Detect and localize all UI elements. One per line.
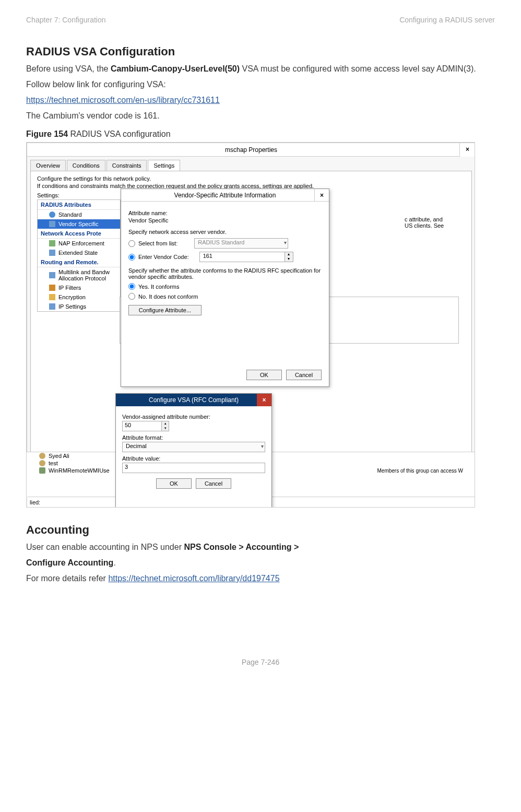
header-right: Configuring a RADIUS server — [399, 16, 495, 24]
tab-constraints[interactable]: Constraints — [106, 160, 147, 171]
radio-yes-conforms[interactable]: Yes. It conforms — [128, 283, 322, 290]
rfc-format-combo[interactable]: Decimal▾ — [122, 442, 265, 452]
txt: VSA must be configured with some access … — [240, 64, 476, 73]
section-title-accounting: Accounting — [26, 523, 495, 537]
spin-value: 50 — [125, 422, 131, 428]
vendor-select-combo[interactable]: RADIUS Standard▾ — [194, 238, 288, 249]
group-icon — [39, 467, 45, 474]
radio-input[interactable] — [128, 240, 135, 247]
cancel-button[interactable]: Cancel — [286, 370, 322, 380]
figure-text: RADIUS VSA configuration — [68, 130, 171, 138]
configure-accounting-bold: Configure Accounting — [26, 558, 113, 567]
spin-controls[interactable]: ▴▾ — [285, 252, 293, 262]
link-technet-accounting[interactable]: https://technet.microsoft.com/library/dd… — [108, 574, 279, 583]
chevron-down-icon: ▾ — [261, 443, 264, 449]
side-item-nap[interactable]: NAP Enforcement — [38, 239, 120, 248]
radio-label: Enter Vendor Code: — [138, 254, 189, 260]
side-item-extended-state[interactable]: Extended State — [38, 248, 120, 257]
vendor-code-input[interactable]: 161▴▾ — [199, 252, 293, 262]
side-item-standard[interactable]: Standard — [38, 210, 120, 219]
spin-value: 161 — [203, 253, 212, 259]
radio-label: Yes. It conforms — [138, 284, 179, 290]
dialog-configure-vsa-rfc: Configure VSA (RFC Compliant) × Vendor-a… — [115, 393, 272, 508]
vsa-title-text: Vendor-Specific Attribute Information — [174, 192, 276, 199]
radio-input[interactable] — [128, 293, 135, 300]
txt: . — [113, 558, 115, 567]
lbl: Encryption — [58, 294, 86, 300]
multilink-icon — [49, 272, 55, 278]
truncated-hint: c attribute, and US clients. See — [405, 216, 462, 229]
dialog-vendor-specific-attr: Vendor-Specific Attribute Information × … — [121, 189, 329, 387]
input-value: 3 — [125, 464, 128, 470]
radio-label: No. It does not conform — [138, 293, 198, 300]
side-item-multilink[interactable]: Multilink and Bandw Allocation Protocol — [38, 267, 120, 283]
side-item-vendor-specific[interactable]: Vendor Specific — [38, 219, 120, 229]
txt: Before using VSA, the — [26, 64, 111, 73]
tab-conditions[interactable]: Conditions — [67, 160, 105, 171]
rfc-num-label: Vendor-assigned attribute number: — [122, 414, 265, 420]
lbl: Vendor Specific — [58, 221, 98, 227]
radio-input[interactable] — [128, 283, 135, 290]
vendor-icon — [49, 221, 55, 227]
figure-label: Figure 154 — [26, 130, 68, 138]
state-icon — [49, 250, 55, 256]
combo-value: RADIUS Standard — [198, 239, 244, 245]
side-item-encryption[interactable]: Encryption — [38, 292, 120, 302]
attr-name-value: Vendor Specific — [128, 217, 322, 223]
tabs-row: Overview Conditions Constraints Settings — [27, 157, 475, 171]
close-icon[interactable]: × — [257, 394, 271, 406]
rfc-title-text: Configure VSA (RFC Compliant) — [149, 396, 239, 404]
radio-no-conform[interactable]: No. It does not conform — [128, 293, 322, 300]
lbl: IP Filters — [58, 285, 81, 291]
rfc-val-label: Attribute value: — [122, 455, 265, 462]
radio-enter-vendor-code[interactable]: Enter Vendor Code: 161▴▾ — [128, 252, 322, 262]
lock-icon — [49, 294, 55, 300]
ip-icon — [49, 303, 55, 310]
nps-path-bold: NPS Console > Accounting > — [184, 543, 299, 551]
header-left: Chapter 7: Configuration — [26, 16, 106, 24]
user-icon — [39, 453, 45, 459]
spin-controls[interactable]: ▴▾ — [161, 421, 169, 431]
radio-label: Select from list: — [138, 240, 177, 246]
radio-select-from-list[interactable]: Select from list: RADIUS Standard▾ — [128, 238, 322, 249]
ok-button[interactable]: OK — [246, 370, 282, 380]
group-network-access: Network Access Prote — [38, 229, 120, 239]
conform-label: Specify whether the attribute conforms t… — [128, 267, 322, 280]
para-vsa-intro: Before using VSA, the Cambium-Canopy-Use… — [26, 63, 495, 75]
lbl: Extended State — [58, 250, 98, 256]
user-name: test — [49, 460, 58, 466]
ok-button[interactable]: OK — [156, 478, 192, 489]
lbl: Standard — [58, 211, 82, 218]
side-item-ip-filters[interactable]: IP Filters — [38, 283, 120, 292]
link-technet-vsa[interactable]: https://technet.microsoft.com/en-us/libr… — [26, 96, 220, 104]
group-radius-attributes: RADIUS Attributes — [38, 200, 120, 210]
filter-icon — [49, 285, 55, 291]
user-name: Syed Ali — [49, 453, 69, 459]
cancel-button[interactable]: Cancel — [196, 478, 231, 489]
section-title-vsa: RADIUS VSA Configuration — [26, 45, 495, 58]
side-item-ip-settings[interactable]: IP Settings — [38, 302, 120, 311]
configure-attribute-button[interactable]: Configure Attribute... — [128, 305, 202, 315]
radio-input[interactable] — [128, 254, 135, 261]
para-follow-link: Follow below link for configuring VSA: — [26, 78, 495, 91]
chevron-down-icon[interactable]: ▾ — [162, 426, 169, 431]
settings-side-list: RADIUS Attributes Standard Vendor Specif… — [37, 199, 121, 312]
tab-settings[interactable]: Settings — [148, 160, 180, 171]
rfc-value-input[interactable]: 3 — [122, 463, 265, 473]
txt: For more details refer — [26, 574, 108, 583]
policy-line1: Configure the settings for this network … — [37, 175, 465, 182]
user-name: WinRMRemoteWMIUse — [49, 467, 110, 474]
rfc-fmt-label: Attribute format: — [122, 434, 265, 441]
chevron-up-icon[interactable]: ▴ — [162, 421, 169, 426]
tab-overview[interactable]: Overview — [30, 160, 66, 171]
combo-value: Decimal — [126, 443, 147, 449]
close-icon[interactable]: × — [459, 143, 475, 157]
rfc-num-input[interactable]: 50▴▾ — [122, 421, 169, 431]
lbl: NAP Enforcement — [58, 240, 104, 246]
close-icon[interactable]: × — [314, 189, 329, 202]
group-desc-truncated: Members of this group can access W — [377, 468, 463, 474]
txt: User can enable accounting in NPS under — [26, 543, 184, 551]
chevron-down-icon[interactable]: ▾ — [285, 257, 293, 262]
para-vendor-code: The Cambium's vendor code is 161. — [26, 110, 495, 122]
globe-icon — [49, 211, 55, 218]
